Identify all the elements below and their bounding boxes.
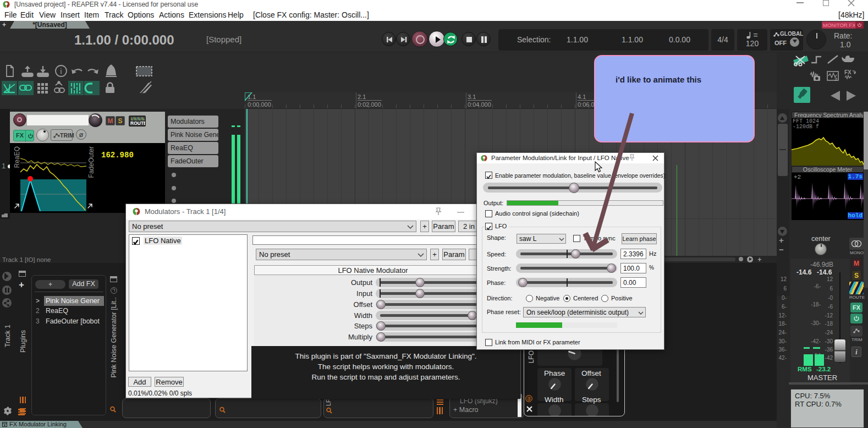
svg-text:i: i	[60, 67, 62, 75]
